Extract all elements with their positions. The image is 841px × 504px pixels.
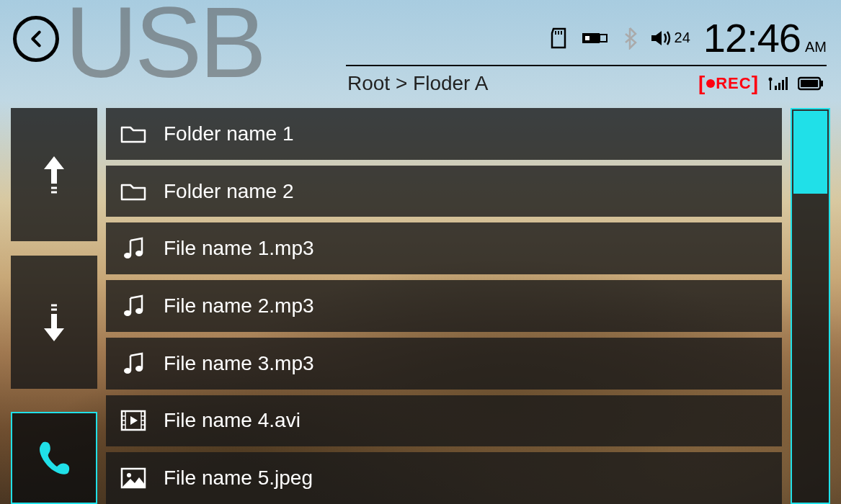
- music-icon: [120, 235, 146, 261]
- scroll-down-button[interactable]: [11, 256, 97, 389]
- file-row[interactable]: File name 5.jpeg: [106, 452, 782, 504]
- arrow-up-icon: [41, 153, 67, 197]
- file-name-label: Folder name 2: [164, 180, 294, 203]
- sub-status-bar: [ REC ]: [698, 72, 824, 95]
- header: USB 24 12:46 AM Root > Floder A [ REC ]: [0, 0, 841, 101]
- divider: [346, 65, 827, 66]
- battery-icon: [798, 76, 824, 91]
- music-icon: [120, 351, 146, 377]
- record-dot-icon: [706, 78, 716, 89]
- svg-rect-10: [778, 83, 780, 90]
- phone-icon: [32, 436, 76, 480]
- music-icon: [120, 293, 146, 319]
- svg-rect-14: [801, 80, 818, 87]
- status-bar: 24 12:46 AM: [549, 14, 827, 61]
- sd-card-icon: [549, 27, 568, 49]
- file-row[interactable]: File name 2.mp3: [106, 280, 782, 332]
- scroll-thumb[interactable]: [793, 111, 827, 194]
- volume-indicator: 24: [650, 29, 690, 48]
- scroll-up-button[interactable]: [11, 108, 97, 241]
- svg-rect-11: [782, 80, 784, 90]
- chevron-left-icon: [26, 29, 46, 49]
- file-row[interactable]: File name 1.mp3: [106, 222, 782, 274]
- rec-label: REC: [716, 74, 751, 93]
- svg-rect-1: [558, 31, 559, 35]
- svg-point-36: [127, 473, 131, 477]
- folder-icon: [120, 121, 146, 147]
- rec-indicator: [ REC ]: [698, 72, 759, 95]
- svg-point-22: [124, 310, 131, 316]
- file-row[interactable]: File name 4.avi: [106, 395, 782, 447]
- folder-icon: [120, 179, 146, 204]
- back-button[interactable]: [13, 16, 59, 62]
- file-name-label: File name 1.mp3: [164, 237, 314, 260]
- clock-time: 12:46: [703, 14, 801, 61]
- svg-rect-15: [821, 81, 823, 86]
- volume-level: 24: [675, 30, 690, 46]
- arrow-down-icon: [41, 301, 67, 344]
- breadcrumb: Root > Floder A: [347, 72, 488, 95]
- svg-rect-9: [775, 86, 777, 90]
- usb-stick-icon: [581, 30, 610, 46]
- svg-point-23: [135, 308, 143, 314]
- clock: 12:46 AM: [703, 14, 827, 61]
- file-row[interactable]: Folder name 1: [106, 108, 782, 160]
- file-row[interactable]: Folder name 2: [106, 166, 782, 217]
- svg-rect-2: [561, 31, 562, 35]
- svg-point-6: [706, 79, 715, 88]
- svg-rect-4: [600, 35, 607, 42]
- svg-point-21: [135, 251, 143, 256]
- svg-point-24: [124, 368, 131, 374]
- page-title: USB: [65, 0, 264, 101]
- file-name-label: File name 2.mp3: [164, 294, 314, 318]
- file-name-label: File name 4.avi: [164, 409, 301, 432]
- image-icon: [120, 465, 146, 491]
- file-name-label: Folder name 1: [164, 122, 294, 145]
- file-name-label: File name 5.jpeg: [164, 467, 313, 490]
- file-list: Folder name 1Folder name 2File name 1.mp…: [106, 108, 782, 504]
- bluetooth-icon: [623, 27, 637, 50]
- signal-icon: [767, 76, 789, 91]
- clock-ampm: AM: [805, 39, 827, 55]
- svg-rect-0: [555, 31, 556, 35]
- side-controls: [11, 108, 97, 504]
- svg-point-7: [769, 78, 773, 81]
- phone-button[interactable]: [11, 412, 97, 504]
- svg-rect-3: [582, 33, 600, 43]
- file-name-label: File name 3.mp3: [164, 352, 314, 375]
- svg-rect-12: [786, 77, 788, 90]
- svg-point-25: [135, 366, 143, 372]
- content-area: Folder name 1Folder name 2File name 1.mp…: [11, 108, 830, 504]
- scrollbar[interactable]: [791, 108, 830, 504]
- speaker-icon: [650, 29, 672, 48]
- video-icon: [120, 408, 146, 433]
- svg-rect-5: [585, 36, 589, 40]
- svg-point-20: [124, 253, 131, 258]
- file-row[interactable]: File name 3.mp3: [106, 338, 782, 390]
